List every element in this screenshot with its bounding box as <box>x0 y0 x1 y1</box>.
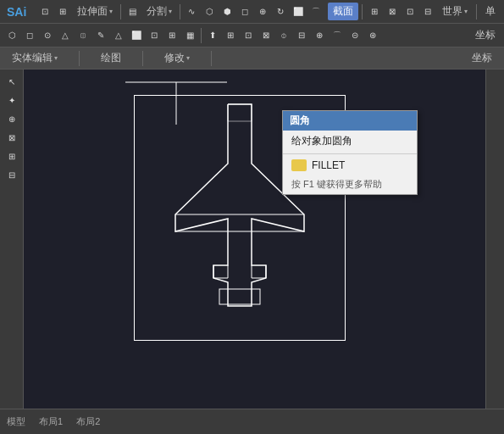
draw-icon11[interactable]: ▦ <box>181 27 198 44</box>
single-label[interactable]: 单 <box>480 3 501 20</box>
sidebar-icon1[interactable]: ↖ <box>3 73 20 90</box>
draw-icon2[interactable]: ◻ <box>21 27 38 44</box>
modify-icon5[interactable]: ⌽ <box>275 27 292 44</box>
chevron-down-icon: ▾ <box>109 8 113 15</box>
split-icon[interactable]: ▤ <box>124 3 141 20</box>
stretch-face-label[interactable]: 拉伸面 ▾ <box>72 3 118 20</box>
context-menu-item-0[interactable]: 给对象加圆角 <box>283 131 417 152</box>
status-layout2[interactable]: 布局2 <box>76 415 100 428</box>
menu-bar: 实体编辑 ▾ 绘图 修改 ▾ 坐标 <box>0 47 504 70</box>
svg-rect-4 <box>219 289 260 304</box>
context-menu: 圆角 给对象加圆角 FILLET 按 F1 键获得更多帮助 <box>282 110 418 195</box>
sep8 <box>211 51 212 66</box>
sidebar-icon4[interactable]: ⊠ <box>3 129 20 146</box>
modify-menu[interactable]: 修改 ▾ <box>159 49 195 67</box>
modify-icon1[interactable]: ⬆ <box>204 27 221 44</box>
main-area: ↖ ✦ ⊕ ⊠ ⊞ ⊟ <box>0 70 504 409</box>
coord-icon[interactable]: ⊞ <box>366 3 383 20</box>
draw-icon3[interactable]: ⊙ <box>39 27 56 44</box>
sep3 <box>362 4 363 19</box>
chevron-modify: ▾ <box>186 54 190 62</box>
coord-menu[interactable]: 坐标 <box>467 49 497 67</box>
svg-rect-5 <box>228 104 252 121</box>
left-sidebar: ↖ ✦ ⊕ ⊠ ⊞ ⊟ <box>0 70 24 409</box>
sep6 <box>79 51 80 66</box>
modify-icon9[interactable]: ⊝ <box>346 27 363 44</box>
coord-icon3[interactable]: ⊡ <box>402 3 418 20</box>
toolbar-group-1: ⊡ ⊞ 拉伸面 ▾ <box>36 3 118 20</box>
sai-logo: SAi <box>3 3 30 20</box>
toolbar-group-icons: ∿ ⬡ ⬢ ◻ ⊕ ↻ ⬜ ⌒ <box>183 3 324 20</box>
separator-1 <box>120 4 121 19</box>
draw-tools: ⬡ ◻ ⊙ △ ⎅ ✎ △ ⬜ ⊡ ⊞ ▦ <box>3 27 198 44</box>
modify-icon7[interactable]: ⊕ <box>311 27 328 44</box>
status-layout1[interactable]: 布局1 <box>39 415 63 428</box>
chevron-down-icon2: ▾ <box>169 8 172 15</box>
coord-label[interactable]: 坐标 <box>470 26 501 44</box>
modify-icon2[interactable]: ⊞ <box>222 27 239 44</box>
icon8[interactable]: ⌒ <box>307 3 324 20</box>
split-label[interactable]: 分割 ▾ <box>141 3 177 20</box>
draw-icon6[interactable]: ✎ <box>92 27 109 44</box>
chevron-solid: ▾ <box>54 54 58 62</box>
icon4[interactable]: ◻ <box>236 3 253 20</box>
sidebar-icon3[interactable]: ⊕ <box>3 110 20 127</box>
world-label[interactable]: 世界 ▾ <box>437 3 473 20</box>
draw-icon1[interactable]: ⬡ <box>3 27 20 44</box>
icon1[interactable]: ∿ <box>183 3 200 20</box>
right-panel <box>485 70 504 409</box>
chevron-down-icon3: ▾ <box>464 8 468 15</box>
sidebar-icon5[interactable]: ⊞ <box>3 147 20 164</box>
icon6[interactable]: ↻ <box>272 3 289 20</box>
icon7[interactable]: ⬜ <box>290 3 307 20</box>
modify-icon4[interactable]: ⊠ <box>258 27 274 44</box>
canvas-background: 圆角 给对象加圆角 FILLET 按 F1 键获得更多帮助 <box>24 70 485 409</box>
status-bar: 模型 布局1 布局2 <box>0 409 504 434</box>
status-model[interactable]: 模型 <box>7 415 25 428</box>
draw-icon8[interactable]: ⬜ <box>128 27 145 44</box>
context-menu-help[interactable]: 按 F1 键获得更多帮助 <box>283 175 417 194</box>
solid-edit-menu[interactable]: 实体编辑 ▾ <box>7 49 63 67</box>
modify-icon8[interactable]: ⌒ <box>329 27 346 44</box>
context-menu-item-1[interactable]: FILLET <box>283 156 417 175</box>
modify-icon6[interactable]: ⊟ <box>293 27 310 44</box>
context-menu-header: 圆角 <box>283 111 417 131</box>
icon2[interactable]: ⬡ <box>201 3 218 20</box>
draw-icon5[interactable]: ⎅ <box>75 27 91 44</box>
icon3[interactable]: ⬢ <box>219 3 235 20</box>
stretch-face-icon[interactable]: ⊡ <box>36 3 53 20</box>
draw-menu[interactable]: 绘图 <box>96 49 126 67</box>
sep5 <box>201 28 202 43</box>
section-label[interactable]: 截面 <box>328 3 358 20</box>
sep7 <box>142 51 143 66</box>
draw-icon10[interactable]: ⊞ <box>163 27 180 44</box>
toolbar-row2: ⬡ ◻ ⊙ △ ⎅ ✎ △ ⬜ ⊡ ⊞ ▦ ⬆ ⊞ ⊡ ⊠ ⌽ ⊟ ⊕ ⌒ ⊝ … <box>0 24 504 47</box>
sidebar-icon2[interactable]: ✦ <box>3 92 20 108</box>
separator-2 <box>180 4 180 19</box>
toolbar-row1: SAi ⊡ ⊞ 拉伸面 ▾ ▤ 分割 ▾ ∿ ⬡ ⬢ ◻ ⊕ ↻ ⬜ ⌒ 截面 … <box>0 0 504 24</box>
draw-icon9[interactable]: ⊡ <box>146 27 163 44</box>
fillet-add-label: 给对象加圆角 <box>291 134 352 148</box>
fillet-label: FILLET <box>312 159 345 171</box>
modify-icon10[interactable]: ⊛ <box>364 27 381 44</box>
right-tools: 截面 ⊞ ⊠ ⊡ ⊟ 世界 ▾ 单 <box>328 3 501 20</box>
modify-tools: ⬆ ⊞ ⊡ ⊠ ⌽ ⊟ ⊕ ⌒ ⊝ ⊛ <box>204 27 381 44</box>
draw-icon4[interactable]: △ <box>57 27 74 44</box>
icon5[interactable]: ⊕ <box>254 3 271 20</box>
draw-icon7[interactable]: △ <box>110 27 127 44</box>
fillet-icon <box>291 159 307 171</box>
coord-icon2[interactable]: ⊠ <box>384 3 401 20</box>
modify-icon3[interactable]: ⊡ <box>240 27 257 44</box>
canvas-area: 圆角 给对象加圆角 FILLET 按 F1 键获得更多帮助 <box>24 70 485 409</box>
sep4 <box>476 4 477 19</box>
toolbar-group-2: ▤ 分割 ▾ <box>124 3 177 20</box>
context-menu-divider <box>283 153 417 154</box>
stretch-face-icon2[interactable]: ⊞ <box>54 3 71 20</box>
coord-icon4[interactable]: ⊟ <box>419 3 436 20</box>
sidebar-icon6[interactable]: ⊟ <box>3 166 20 183</box>
